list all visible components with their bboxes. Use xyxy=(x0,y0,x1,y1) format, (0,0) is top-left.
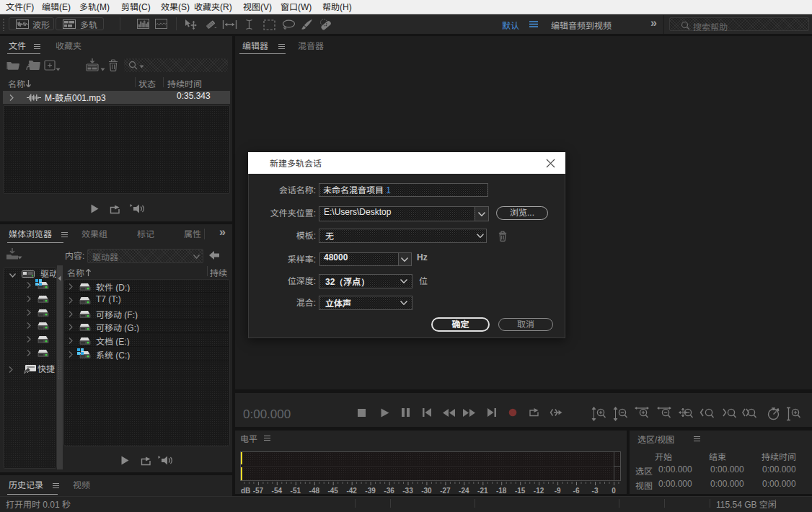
svg-text:-39: -39 xyxy=(365,487,376,495)
svg-text:-57: -57 xyxy=(253,487,264,495)
svg-text:-24: -24 xyxy=(459,487,469,495)
svg-text:-6: -6 xyxy=(573,487,580,495)
svg-text:-15: -15 xyxy=(515,487,526,495)
svg-text:-42: -42 xyxy=(346,487,357,495)
svg-text:dB: dB xyxy=(241,487,250,495)
svg-text:-36: -36 xyxy=(384,487,394,495)
svg-text:-51: -51 xyxy=(291,487,301,495)
svg-text:-3: -3 xyxy=(592,487,599,495)
svg-text:-45: -45 xyxy=(327,487,338,495)
svg-text:-12: -12 xyxy=(534,487,544,495)
svg-text:-9: -9 xyxy=(555,487,561,495)
svg-text:-18: -18 xyxy=(496,487,507,495)
svg-text:-27: -27 xyxy=(440,487,451,495)
svg-text:-48: -48 xyxy=(309,487,320,495)
svg-text:-54: -54 xyxy=(272,487,283,495)
svg-text:-33: -33 xyxy=(402,487,413,495)
svg-text:0: 0 xyxy=(612,487,616,495)
svg-text:-30: -30 xyxy=(421,487,432,495)
svg-text:-21: -21 xyxy=(477,487,488,495)
